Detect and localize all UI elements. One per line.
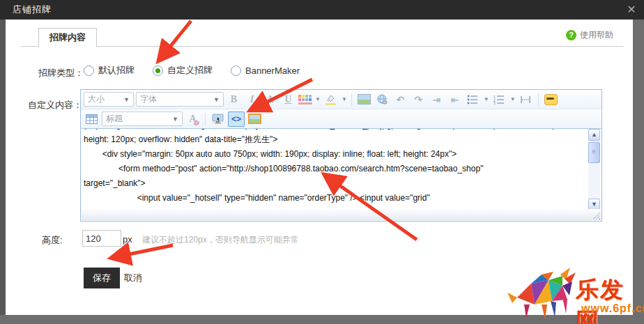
watermark-site-name: 乐发网 <box>576 275 644 324</box>
toolbar-separator <box>205 113 206 125</box>
save-button[interactable]: 保存 <box>84 268 120 288</box>
height-unit: px <box>123 234 132 245</box>
help-label: 使用帮助 <box>580 29 613 41</box>
radio-icon <box>84 65 94 76</box>
tab-banner-content[interactable]: 招牌内容 <box>38 28 97 47</box>
help-link[interactable]: ? 使用帮助 <box>566 29 613 41</box>
height-input[interactable] <box>82 230 121 247</box>
font-family-dropdown[interactable]: 字体▼ <box>136 92 224 107</box>
bullet-list-icon[interactable] <box>465 92 481 107</box>
cancel-button[interactable]: 取消 <box>124 272 142 284</box>
radio-custom-banner[interactable]: 自定义招牌 <box>153 64 213 77</box>
banner-type-radio-group: 默认招牌 自定义招牌 BannerMaker <box>84 64 300 77</box>
font-color-button[interactable]: A <box>262 92 278 107</box>
watermark-site-url: www.6pf.cn <box>581 302 644 315</box>
chevron-down-icon[interactable]: ▼ <box>315 96 321 102</box>
numbered-list-icon[interactable]: 123 <box>491 92 507 107</box>
radio-label: 自定义招牌 <box>167 64 213 77</box>
color-palette-icon[interactable] <box>298 95 312 105</box>
vertical-scrollbar[interactable]: ▲ ▼ <box>588 129 600 210</box>
source-code-text[interactable]: (http://img01.taobaocdn.com/imgextra/i1/… <box>84 129 587 210</box>
code-line: <div style="margin: 50px auto auto 750px… <box>84 147 587 162</box>
italic-button[interactable]: I <box>244 92 260 107</box>
code-line: <form method="post" action="http://shop1… <box>84 162 587 176</box>
code-line: height: 120px; overflow: hidden" data-ti… <box>84 132 587 147</box>
horizontal-rule-icon[interactable] <box>518 92 534 107</box>
emoticon-icon[interactable] <box>543 92 559 107</box>
background-left-strip <box>0 20 6 315</box>
chevron-down-icon: ▼ <box>172 116 178 123</box>
close-icon[interactable]: ✕ <box>624 3 638 17</box>
height-label: 高度: <box>42 234 63 247</box>
preview-icon[interactable] <box>210 111 226 127</box>
radio-default-banner[interactable]: 默认招牌 <box>84 64 135 77</box>
question-mark-icon: ? <box>566 30 576 40</box>
tab-divider-line <box>21 46 623 47</box>
chevron-down-icon[interactable]: ▼ <box>484 96 489 102</box>
scroll-up-button[interactable]: ▲ <box>588 129 600 141</box>
chevron-down-icon[interactable]: ▼ <box>510 96 516 102</box>
svg-text:3: 3 <box>493 101 496 105</box>
fill-color-bucket-icon[interactable] <box>323 92 339 107</box>
source-code-area[interactable]: (http://img01.taobaocdn.com/imgextra/i1/… <box>82 128 601 211</box>
banner-type-label: 招牌类型： <box>38 67 84 79</box>
chevron-down-icon[interactable]: ▼ <box>342 96 347 102</box>
radio-selected-icon <box>153 65 163 76</box>
remove-format-icon[interactable]: A <box>185 111 201 127</box>
radio-icon <box>231 65 241 76</box>
toolbar-separator <box>538 93 539 106</box>
radio-label: BannerMaker <box>245 65 300 76</box>
dialog-titlebar: 店铺招牌 ✕ <box>0 0 644 20</box>
underline-button[interactable]: U <box>280 92 296 107</box>
toolbar-separator <box>351 93 352 106</box>
code-line: <input value="_hotsell" type="hidden" na… <box>84 191 587 206</box>
custom-content-label: 自定义内容： <box>28 99 82 111</box>
bold-button[interactable]: B <box>226 92 242 107</box>
dialog-title: 店铺招牌 <box>13 3 52 16</box>
scrollbar-thumb[interactable] <box>588 142 600 163</box>
editor-toolbar-row1: 大小▼ 字体▼ B I A U ▼ ▼ <box>81 90 601 109</box>
insert-link-icon[interactable] <box>374 92 390 107</box>
heading-style-dropdown[interactable]: 标题▼ <box>102 111 183 126</box>
font-size-dropdown[interactable]: 大小▼ <box>84 92 134 107</box>
undo-icon[interactable]: ↶ <box>392 92 408 107</box>
screenshot-stage: 店铺招牌 ✕ 招牌内容 ? 使用帮助 招牌类型： 默认招牌 自定义招牌 Bann… <box>0 0 644 324</box>
dialog-body: 招牌内容 ? 使用帮助 招牌类型： 默认招牌 自定义招牌 BannerMaker… <box>6 20 633 315</box>
radio-label: 默认招牌 <box>98 64 135 77</box>
chevron-down-icon: ▼ <box>213 96 220 103</box>
outdent-icon[interactable]: ⇤ <box>447 92 463 107</box>
redo-icon[interactable]: ↷ <box>411 92 427 107</box>
indent-icon[interactable]: ⇥ <box>429 92 445 107</box>
height-hint: 建议不超过120px，否则导航显示可能异常 <box>142 234 299 246</box>
resize-grip[interactable] <box>592 212 600 219</box>
insert-table-icon[interactable] <box>84 111 100 127</box>
chevron-down-icon: ▼ <box>123 96 130 103</box>
radio-bannermaker[interactable]: BannerMaker <box>231 65 300 76</box>
rich-text-editor: 大小▼ 字体▼ B I A U ▼ ▼ <box>80 89 602 222</box>
code-line: target="_blank"> <box>84 176 587 191</box>
editor-footer-bar <box>82 209 601 220</box>
editor-toolbar-row2: 标题▼ A <> <box>81 109 601 128</box>
insert-image-icon[interactable] <box>356 92 372 107</box>
image-manager-icon[interactable] <box>247 111 263 127</box>
source-code-button[interactable]: <> <box>228 111 245 127</box>
